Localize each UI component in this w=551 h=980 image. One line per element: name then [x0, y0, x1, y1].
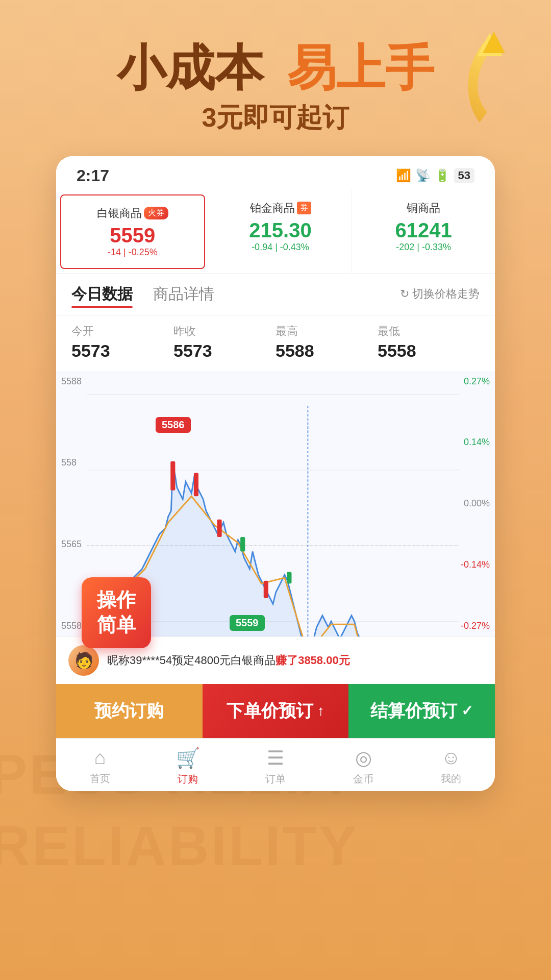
svg-rect-15 — [287, 572, 291, 583]
stat-label-low: 最低 — [378, 324, 480, 339]
shopping-cart-icon: 🛒 — [176, 747, 200, 769]
product-price-copper: 61241 — [360, 219, 487, 242]
check-icon: ✓ — [461, 702, 473, 719]
settle-price-order-button[interactable]: 结算价预订 ✓ — [348, 684, 495, 738]
operation-line2: 简单 — [97, 612, 136, 638]
stat-label-prev-close: 昨收 — [173, 324, 276, 339]
y-label-5588: 5588 — [61, 376, 82, 387]
orders-icon: ☰ — [267, 747, 284, 769]
stat-open: 今开 5573 — [71, 324, 173, 361]
product-price-platinum: 215.30 — [217, 219, 344, 242]
switch-trend-btn[interactable]: ↻ 切换价格走势 — [400, 286, 480, 302]
status-icons: 📶 📡 🔋 53 — [396, 168, 474, 183]
switch-trend-label: 切换价格走势 — [412, 286, 480, 302]
signal-icon: 📶 — [396, 168, 411, 183]
nav-label-home: 首页 — [90, 772, 110, 786]
product-tab-silver[interactable]: 白银商品 火券 5559 -14 | -0.25% — [60, 194, 205, 269]
nav-coins[interactable]: ◎ 金币 — [319, 747, 407, 786]
settle-order-label: 结算价预订 — [370, 699, 457, 723]
nav-orders-list[interactable]: ☰ 订单 — [232, 747, 319, 786]
tab-product-detail[interactable]: 商品详情 — [153, 284, 214, 305]
price-tag-low: 5559 — [230, 615, 265, 631]
hero-subtitle: 3元即可起订 — [0, 100, 551, 136]
phone-card: 2:17 📶 📡 🔋 53 白银商品 火券 5559 -14 | -0.25% — [56, 156, 495, 791]
stat-value-open: 5573 — [71, 341, 173, 361]
status-bar: 2:17 📶 📡 🔋 53 — [56, 156, 495, 190]
hero-title: 小成本 易上手 — [0, 41, 551, 95]
phone-card-wrapper: 2:17 📶 📡 🔋 53 白银商品 火券 5559 -14 | -0.25% — [56, 156, 495, 791]
svg-rect-10 — [170, 461, 175, 490]
product-change-copper: -202 | -0.33% — [360, 242, 487, 253]
y-pct-neg014: -0.14% — [461, 559, 490, 570]
y-label-5558: 5558 — [61, 621, 82, 631]
stat-label-open: 今开 — [71, 324, 173, 339]
stat-low: 最低 5558 — [378, 324, 480, 361]
notif-text: 昵称39****54预定4800元白银商品赚了3858.00元 — [107, 653, 483, 668]
product-tab-platinum[interactable]: 铂金商品 券 215.30 -0.94 | -0.43% — [209, 190, 353, 273]
place-order-label: 下单价预订 — [227, 699, 313, 723]
chart-y-labels-right: 0.27% 0.14% 0.00% -0.14% -0.27% — [461, 371, 490, 636]
stat-high: 最高 5588 — [276, 324, 378, 361]
wifi-icon: 📡 — [415, 168, 431, 183]
coin-icon: ◎ — [355, 747, 372, 769]
battery-level: 53 — [454, 168, 474, 183]
product-change-silver: -14 | -0.25% — [69, 247, 196, 258]
refresh-icon: ↻ — [400, 287, 409, 301]
tab-today-data[interactable]: 今日数据 — [71, 284, 133, 305]
notif-highlight: 赚了3858.00元 — [276, 654, 350, 667]
svg-rect-11 — [194, 473, 198, 496]
nav-label-coins: 金币 — [353, 772, 373, 786]
product-tabs: 白银商品 火券 5559 -14 | -0.25% 铂金商品 券 215.30 … — [56, 190, 495, 274]
nav-profile[interactable]: ☺ 我的 — [407, 747, 495, 786]
stat-value-low: 5558 — [378, 341, 480, 361]
nav-label-profile: 我的 — [441, 772, 461, 786]
stat-value-high: 5588 — [276, 341, 378, 361]
action-buttons: 预约订购 下单价预订 ↑ 结算价预订 ✓ — [56, 684, 495, 738]
place-order-price-button[interactable]: 下单价预订 ↑ — [203, 684, 349, 738]
subscribe-order-button[interactable]: 预约订购 — [56, 684, 203, 738]
hero-section: 小成本 易上手 3元即可起订 — [0, 0, 551, 136]
stats-row: 今开 5573 昨收 5573 最高 5588 最低 5558 — [56, 315, 495, 371]
product-tab-copper[interactable]: 铜商品 61241 -202 | -0.33% — [352, 190, 495, 273]
bg-watermark-2: RELIABILITY — [0, 813, 358, 878]
product-price-silver: 5559 — [69, 224, 196, 247]
nav-label-order: 订购 — [178, 772, 198, 786]
y-pct-014: 0.14% — [461, 437, 490, 448]
stat-value-prev-close: 5573 — [173, 341, 276, 361]
nav-label-orders: 订单 — [265, 772, 286, 786]
product-change-platinum: -0.94 | -0.43% — [217, 242, 344, 253]
y-label-558: 558 — [61, 457, 82, 468]
hero-title-part2: 易上手 — [287, 40, 434, 95]
y-label-5565: 5565 — [61, 539, 82, 550]
bottom-nav: ⌂ 首页 🛒 订购 ☰ 订单 ◎ 金币 ☺ 我的 — [56, 738, 495, 791]
notif-avatar: 🧑 — [68, 645, 99, 676]
operation-line1: 操作 — [97, 587, 136, 612]
profile-icon: ☺ — [441, 747, 461, 769]
status-time: 2:17 — [77, 166, 109, 185]
product-name-copper: 铜商品 — [360, 201, 487, 216]
arrow-up-icon: ↑ — [317, 703, 324, 719]
stat-label-high: 最高 — [276, 324, 378, 339]
nav-order[interactable]: 🛒 订购 — [144, 747, 232, 786]
stat-prev-close: 昨收 5573 — [173, 324, 276, 361]
home-icon: ⌂ — [94, 747, 106, 769]
data-tabs-bar: 今日数据 商品详情 ↻ 切换价格走势 — [56, 274, 495, 315]
battery-icon: 🔋 — [435, 168, 450, 183]
operation-simple-badge: 操作 简单 — [82, 577, 151, 648]
product-name-silver: 白银商品 火券 — [69, 206, 196, 221]
hero-title-part1: 小成本 — [117, 40, 264, 95]
y-pct-neg027: -0.27% — [461, 621, 490, 631]
chart-y-labels-left: 5588 558 5565 5558 — [61, 371, 82, 636]
hot-badge: 火券 — [144, 207, 168, 219]
price-tag-high: 5586 — [156, 417, 191, 433]
product-name-platinum: 铂金商品 券 — [217, 201, 344, 216]
svg-rect-14 — [264, 580, 268, 598]
coupon-badge: 券 — [297, 202, 311, 214]
y-pct-027: 0.27% — [461, 376, 490, 387]
nav-home[interactable]: ⌂ 首页 — [56, 747, 144, 786]
svg-rect-12 — [217, 519, 222, 536]
y-pct-000: 0.00% — [461, 498, 490, 509]
svg-rect-13 — [240, 537, 245, 552]
